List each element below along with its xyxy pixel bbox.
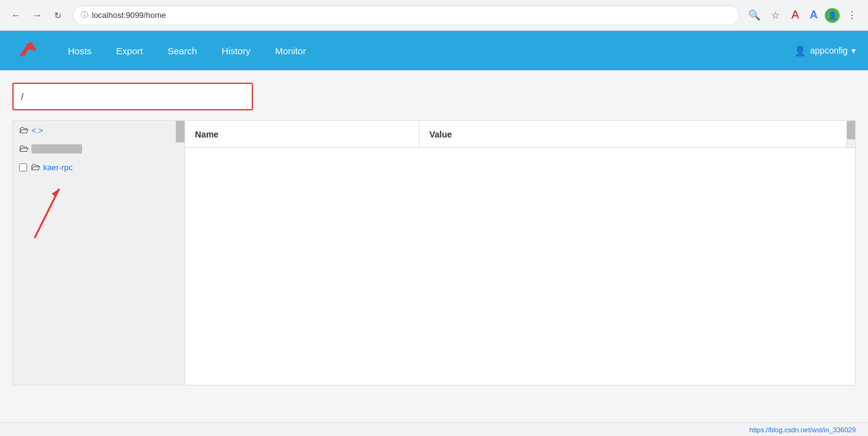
nav-monitor[interactable]: Monitor: [263, 39, 318, 62]
browser-chrome: ← → ↻ ⓘ localhost:9099/home 🔍 ☆ A A 👤 ⋮: [0, 0, 868, 31]
app-navbar: Hosts Export Search History Monitor 👤 ap…: [0, 31, 868, 70]
content-area: 🗁 <.> 🗁 ████████ 🗁 kaer-rpc: [12, 120, 856, 385]
acrobat-extension-icon[interactable]: A: [788, 8, 803, 23]
table-col-value: Value: [420, 121, 846, 147]
nav-hosts[interactable]: Hosts: [56, 39, 104, 62]
translate-extension-icon[interactable]: A: [806, 8, 821, 23]
nav-export[interactable]: Export: [104, 39, 155, 62]
menu-button[interactable]: ⋮: [843, 7, 861, 24]
info-icon: ⓘ: [81, 10, 88, 20]
table-scrollbar: [846, 121, 855, 147]
nav-search[interactable]: Search: [155, 39, 210, 62]
table-panel: Name Value: [185, 120, 856, 385]
path-input[interactable]: [12, 83, 253, 110]
parent-label: <.>: [31, 126, 43, 135]
user-icon: 👤: [794, 45, 806, 57]
folder-icon-kaer-rpc: 🗁: [31, 162, 41, 173]
user-label: appconfig: [810, 46, 848, 56]
tree-item-blurred[interactable]: 🗁 ████████: [13, 139, 184, 158]
svg-line-2: [35, 189, 59, 238]
nav-buttons: ← → ↻: [7, 7, 67, 24]
profile-avatar[interactable]: 👤: [825, 8, 840, 23]
tree-item-parent[interactable]: 🗁 <.>: [13, 121, 184, 139]
address-bar[interactable]: ⓘ localhost:9099/home: [73, 6, 740, 25]
app-logo: [12, 35, 43, 66]
user-menu[interactable]: 👤 appconfig ▾: [794, 45, 856, 57]
tree-scrollbar-thumb: [176, 121, 184, 142]
browser-toolbar-icons: 🔍 ☆ A A 👤 ⋮: [746, 7, 861, 24]
red-arrow-annotation: [22, 170, 84, 244]
zoom-button[interactable]: 🔍: [746, 7, 763, 24]
tree-panel[interactable]: 🗁 <.> 🗁 ████████ 🗁 kaer-rpc: [12, 120, 185, 385]
table-col-name: Name: [185, 121, 420, 147]
nav-links: Hosts Export Search History Monitor: [56, 39, 794, 62]
kaer-rpc-label: kaer-rpc: [43, 163, 73, 172]
tree-item-kaer-rpc[interactable]: 🗁 kaer-rpc: [13, 158, 184, 176]
url-text: localhost:9099/home: [92, 10, 166, 20]
svg-marker-0: [19, 43, 36, 57]
status-bar: https://blog.csdn.net/wst/in_336029: [0, 422, 868, 436]
status-url: https://blog.csdn.net/wst/in_336029: [750, 426, 856, 434]
bookmark-button[interactable]: ☆: [767, 7, 784, 24]
nav-history[interactable]: History: [209, 39, 263, 62]
main-content: 🗁 <.> 🗁 ████████ 🗁 kaer-rpc: [0, 70, 868, 436]
folder-icon-parent: 🗁: [19, 125, 29, 136]
dropdown-icon: ▾: [851, 46, 856, 56]
table-body: [185, 148, 855, 382]
path-input-wrapper: [12, 83, 856, 110]
table-header: Name Value: [185, 121, 855, 148]
forward-button[interactable]: →: [28, 7, 46, 24]
table-scrollbar-thumb: [847, 121, 856, 139]
back-button[interactable]: ←: [7, 7, 25, 24]
folder-icon-blurred: 🗁: [19, 143, 29, 154]
reload-button[interactable]: ↻: [49, 7, 67, 24]
blurred-label: ████████: [31, 144, 82, 154]
svg-marker-3: [52, 189, 59, 197]
kaer-rpc-checkbox[interactable]: [19, 163, 27, 171]
